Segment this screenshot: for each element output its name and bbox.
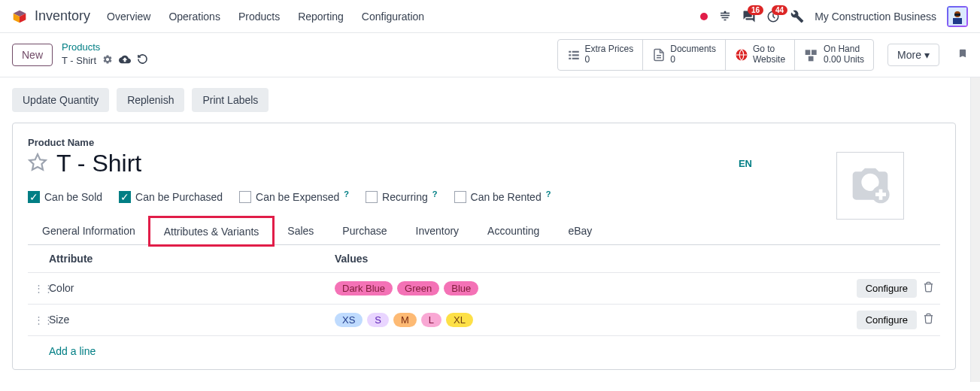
tray-icon[interactable] xyxy=(718,10,732,23)
tab-accounting[interactable]: Accounting xyxy=(473,217,554,244)
drag-handle-icon[interactable]: ⋮⋮ xyxy=(34,283,49,294)
tab-ebay[interactable]: eBay xyxy=(554,217,606,244)
svg-rect-20 xyxy=(809,56,814,61)
nav-reporting[interactable]: Reporting xyxy=(298,11,344,23)
attribute-row: ⋮⋮ColorDark BlueGreenBlueConfigure xyxy=(28,272,940,304)
tag[interactable]: M xyxy=(393,313,417,327)
user-avatar[interactable] xyxy=(947,6,968,27)
tag[interactable]: Blue xyxy=(444,281,478,296)
tag[interactable]: L xyxy=(421,313,441,327)
svg-rect-13 xyxy=(569,58,571,59)
can-be-expensed-check[interactable]: Can be Expensed? xyxy=(239,191,349,203)
breadcrumb-parent[interactable]: Products xyxy=(62,41,148,53)
control-bar: New Products T - Shirt Extra Prices0 Doc… xyxy=(0,33,980,77)
app-title[interactable]: Inventory xyxy=(35,8,90,24)
svg-rect-11 xyxy=(569,54,571,56)
tab-sales[interactable]: Sales xyxy=(273,217,328,244)
update-quantity-button[interactable]: Update Quantity xyxy=(12,88,109,112)
nav-products[interactable]: Products xyxy=(238,11,280,23)
nav-overview[interactable]: Overview xyxy=(107,11,150,23)
help-icon[interactable]: ? xyxy=(344,189,349,199)
value-tags[interactable]: XSSMLXL xyxy=(335,313,857,327)
activities-icon[interactable]: 44 xyxy=(766,10,780,23)
attribute-row: ⋮⋮SizeXSSMLXLConfigure xyxy=(28,304,940,335)
tag[interactable]: XS xyxy=(335,313,363,327)
svg-rect-14 xyxy=(572,58,578,59)
attribute-name[interactable]: Color xyxy=(49,282,335,294)
col-header-attribute: Attribute xyxy=(34,253,335,265)
app-logo-icon xyxy=(12,9,27,24)
company-name[interactable]: My Construction Business xyxy=(815,11,936,23)
svg-rect-18 xyxy=(806,50,811,55)
caret-down-icon: ▾ xyxy=(924,49,930,61)
tab-inventory[interactable]: Inventory xyxy=(402,217,474,244)
can-be-purchased-check[interactable]: ✓Can be Purchased xyxy=(119,191,223,203)
tab-attributes-variants[interactable]: Attributes & Variants xyxy=(150,217,274,245)
product-card: Product Name T - Shirt EN ✓Can be Sold ✓… xyxy=(12,123,956,370)
more-button[interactable]: More▾ xyxy=(887,44,939,66)
top-nav: Inventory OverviewOperationsProductsRepo… xyxy=(0,0,980,33)
configure-button[interactable]: Configure xyxy=(857,279,917,298)
value-tags[interactable]: Dark BlueGreenBlue xyxy=(335,281,857,296)
configure-button[interactable]: Configure xyxy=(857,311,917,329)
tab-purchase[interactable]: Purchase xyxy=(328,217,401,244)
gear-icon[interactable] xyxy=(102,54,113,68)
can-be-rented-check[interactable]: Can be Rented? xyxy=(454,191,551,203)
undo-icon[interactable] xyxy=(137,53,148,68)
delete-icon[interactable] xyxy=(923,281,934,295)
breadcrumb-current: T - Shirt xyxy=(62,55,96,67)
product-image-placeholder[interactable] xyxy=(836,152,904,220)
svg-rect-10 xyxy=(572,51,578,53)
drag-handle-icon[interactable]: ⋮⋮ xyxy=(34,314,49,326)
new-button[interactable]: New xyxy=(12,44,53,66)
delete-icon[interactable] xyxy=(923,313,934,326)
svg-marker-21 xyxy=(29,154,46,170)
messages-icon[interactable]: 16 xyxy=(742,10,756,23)
svg-rect-9 xyxy=(569,51,571,53)
attribute-name[interactable]: Size xyxy=(49,314,335,326)
tag[interactable]: XL xyxy=(446,313,473,327)
col-header-values: Values xyxy=(335,253,934,265)
tag[interactable]: Green xyxy=(397,281,439,296)
svg-rect-7 xyxy=(953,18,962,24)
stat-documents[interactable]: Documents0 xyxy=(643,40,726,70)
svg-point-3 xyxy=(724,11,726,13)
can-be-sold-check[interactable]: ✓Can be Sold xyxy=(28,191,102,203)
language-button[interactable]: EN xyxy=(739,158,752,169)
activities-badge: 44 xyxy=(772,5,787,15)
product-name-input[interactable]: T - Shirt xyxy=(56,150,141,177)
stat-goto-website[interactable]: Go toWebsite xyxy=(726,40,795,70)
svg-rect-19 xyxy=(812,50,817,55)
stat-extra-prices[interactable]: Extra Prices0 xyxy=(558,40,644,70)
messages-badge: 16 xyxy=(748,5,763,15)
tag[interactable]: S xyxy=(367,313,389,327)
stat-buttons: Extra Prices0 Documents0 Go toWebsite On… xyxy=(557,39,875,71)
nav-operations[interactable]: Operations xyxy=(168,11,220,23)
stat-on-hand[interactable]: On Hand0.00 Units xyxy=(795,40,873,70)
tag[interactable]: Dark Blue xyxy=(335,281,393,296)
recurring-check[interactable]: Recurring? xyxy=(366,191,437,203)
content-area: Update Quantity Replenish Print Labels P… xyxy=(0,77,980,382)
nav-configuration[interactable]: Configuration xyxy=(362,11,424,23)
svg-rect-12 xyxy=(572,54,578,56)
favorite-star-icon[interactable] xyxy=(28,153,47,174)
help-icon[interactable]: ? xyxy=(432,189,438,199)
tab-general-information[interactable]: General Information xyxy=(28,217,150,244)
bookmark-icon[interactable] xyxy=(957,47,968,62)
svg-rect-8 xyxy=(954,14,960,16)
recording-indicator-icon xyxy=(700,13,708,20)
print-labels-button[interactable]: Print Labels xyxy=(192,88,269,112)
add-line-link[interactable]: Add a line xyxy=(28,335,940,369)
replenish-button[interactable]: Replenish xyxy=(117,88,184,112)
breadcrumb: Products T - Shirt xyxy=(62,41,148,68)
product-name-label: Product Name xyxy=(28,137,940,148)
tabs: General InformationAttributes & Variants… xyxy=(28,217,940,245)
help-icon[interactable]: ? xyxy=(546,189,551,199)
cloud-upload-icon[interactable] xyxy=(119,53,131,68)
tools-icon[interactable] xyxy=(790,10,804,23)
